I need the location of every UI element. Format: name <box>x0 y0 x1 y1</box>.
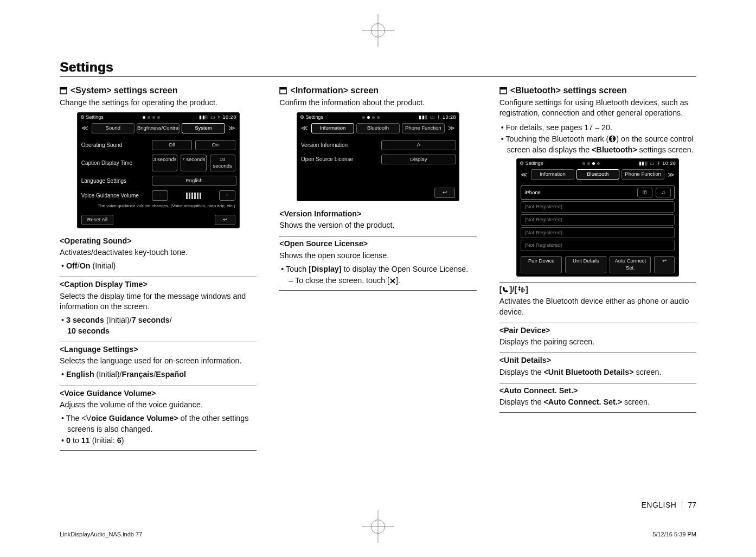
pair-device-button[interactable]: Pair Device <box>521 256 562 273</box>
tab-information[interactable]: Information <box>311 123 354 133</box>
tab-prev[interactable]: ≪ <box>520 170 529 179</box>
subsection-system: <System> settings screen <box>60 85 257 97</box>
bt-device-row[interactable]: (Not Registered) <box>521 240 675 251</box>
column-2: <Information> screen Confirm the informa… <box>279 80 476 454</box>
setting-unit-details-title: <Unit Details> <box>499 353 696 366</box>
setting-pair-device-title: <Pair Device> <box>499 323 696 336</box>
audio-icon[interactable]: ♫ <box>656 188 671 197</box>
column-3: <Bluetooth> settings screen Configure se… <box>499 80 696 454</box>
screenshot-information: ⚙ Settings ▮▮▯▭ᚼ 10:28 ≪ Information Blu… <box>279 112 476 201</box>
tab-information[interactable]: Information <box>531 169 574 180</box>
battery-icon: ▭ <box>430 114 435 120</box>
tab-prev[interactable]: ≪ <box>80 124 89 132</box>
language-label: ENGLISH <box>641 501 676 509</box>
back-button[interactable]: ↩ <box>654 256 675 273</box>
tab-phone-function[interactable]: Phone Function <box>402 123 445 133</box>
tab-next[interactable]: ≫ <box>227 124 236 132</box>
setting-version-title: <Version Information> <box>279 207 476 219</box>
battery-icon: ▭ <box>650 160 655 167</box>
tab-brightness[interactable]: Brightness/Contrast <box>137 123 180 133</box>
bt-device-row[interactable]: (Not Registered) <box>521 214 675 226</box>
setting-voice-title: <Voice Guidance Volume> <box>60 386 257 399</box>
setting-osl-title: <Open Source License> <box>279 236 476 249</box>
device-frame: ⚙ Settings ▮▮▯ ▭ ᚼ 10:28 ≪ Sound Brightn… <box>77 112 240 228</box>
page-footer: ENGLISH 77 <box>60 501 696 509</box>
subsection-information: <Information> screen <box>279 85 476 97</box>
list-marker-icon <box>279 87 287 94</box>
svg-rect-3 <box>280 87 286 89</box>
clock: 10:28 <box>662 160 676 167</box>
bt-device-row[interactable]: iPhone✆♫ <box>521 185 675 200</box>
tab-next[interactable]: ≫ <box>667 170 676 179</box>
unit-details-button[interactable]: Unit Details <box>565 256 606 273</box>
setting-language-title: <Language Settings> <box>60 342 257 355</box>
bluetooth-icon: ᚼ <box>217 114 221 120</box>
battery-icon: ▭ <box>210 114 216 120</box>
bluetooth-icon: ᚼ <box>437 114 440 120</box>
auto-connect-button[interactable]: Auto Connect Set. <box>610 256 651 273</box>
tab-next[interactable]: ≫ <box>447 124 456 132</box>
page-number: 77 <box>688 501 696 509</box>
list-marker-icon <box>499 87 507 94</box>
page-dots <box>142 114 161 120</box>
signal-icon: ▮▮▯ <box>199 114 208 120</box>
reset-all-button[interactable]: Reset All <box>81 215 114 225</box>
gear-icon: ⚙ Settings <box>520 160 543 167</box>
registration-mark-bottom <box>362 510 394 543</box>
subsection-title: <Information> screen <box>290 86 379 95</box>
tab-system[interactable]: System <box>182 123 225 133</box>
svg-rect-1 <box>60 87 67 89</box>
signal-icon: ▮▮▯ <box>639 160 648 167</box>
page-dots <box>361 114 381 120</box>
screenshot-bluetooth: ⚙ Settings ▮▮▯▭ᚼ 10:28 ≪ Information Blu… <box>499 158 696 277</box>
signal-icon: ▮▮▯ <box>419 114 428 120</box>
setting-operating-sound-title: <Operating Sound> <box>60 234 257 246</box>
device-frame: ⚙ Settings ▮▮▯▭ᚼ 10:28 ≪ Information Blu… <box>516 158 679 277</box>
volume-up[interactable]: + <box>219 190 235 201</box>
subsection-bluetooth: <Bluetooth> settings screen <box>499 85 696 97</box>
status-bar: ▮▮▯▭ᚼ 10:28 <box>639 160 676 167</box>
column-1: <System> settings screen Change the sett… <box>60 80 257 454</box>
back-button[interactable]: ↩ <box>215 215 235 225</box>
build-timestamp: 5/12/16 5:39 PM <box>652 531 696 537</box>
source-file-label: LinkDisplayAudio_NAS.indb 77 <box>60 531 142 537</box>
tab-bluetooth[interactable]: Bluetooth <box>576 169 619 180</box>
manual-page: Settings <System> settings screen Change… <box>0 0 756 557</box>
tab-sound[interactable]: Sound <box>92 123 134 133</box>
volume-down[interactable]: − <box>152 190 168 201</box>
footer-separator <box>682 501 682 508</box>
phone-icon <box>502 285 509 294</box>
gear-icon: ⚙ Settings <box>300 114 323 120</box>
bt-device-row[interactable]: (Not Registered) <box>521 201 675 213</box>
gear-icon: ⚙ Settings <box>80 114 104 120</box>
tab-prev[interactable]: ≪ <box>300 124 309 132</box>
status-bar: ▮▮▯▭ᚼ 10:28 <box>419 114 456 120</box>
registration-mark-top <box>362 14 394 47</box>
volume-slider[interactable] <box>171 190 215 201</box>
bluetooth-audio-icon <box>517 285 526 294</box>
status-bar: ▮▮▯ ▭ ᚼ 10:28 <box>199 114 236 120</box>
tab-phone-function[interactable]: Phone Function <box>622 169 664 180</box>
clock: 10:28 <box>223 114 236 120</box>
subsection-title: <System> settings screen <box>71 86 177 95</box>
section-title: Settings <box>60 60 113 74</box>
back-button[interactable]: ↩ <box>434 188 455 198</box>
clock: 10:28 <box>443 114 456 120</box>
bluetooth-icon: ᚼ <box>657 160 661 167</box>
page-dots <box>581 160 601 167</box>
subsection-lead: Change the settings for operating the pr… <box>60 98 257 108</box>
close-icon <box>389 276 396 285</box>
setting-caption-title: <Caption Display Time> <box>60 277 257 290</box>
list-marker-icon <box>60 87 67 94</box>
tab-bluetooth[interactable]: Bluetooth <box>356 123 399 133</box>
columns: <System> settings screen Change the sett… <box>60 80 696 454</box>
bluetooth-badge-icon <box>608 135 616 143</box>
subsection-title: <Bluetooth> settings screen <box>510 86 627 95</box>
screenshot-system: ⚙ Settings ▮▮▯ ▭ ᚼ 10:28 ≪ Sound Brightn… <box>60 112 257 228</box>
phone-icon[interactable]: ✆ <box>637 188 652 197</box>
bt-device-row[interactable]: (Not Registered) <box>521 227 675 239</box>
section-header: Settings <box>60 60 696 77</box>
svg-rect-7 <box>500 87 507 89</box>
phone-audio-icons-heading: []/[] <box>499 282 696 295</box>
setting-auto-connect-title: <Auto Connect. Set.> <box>499 383 696 396</box>
